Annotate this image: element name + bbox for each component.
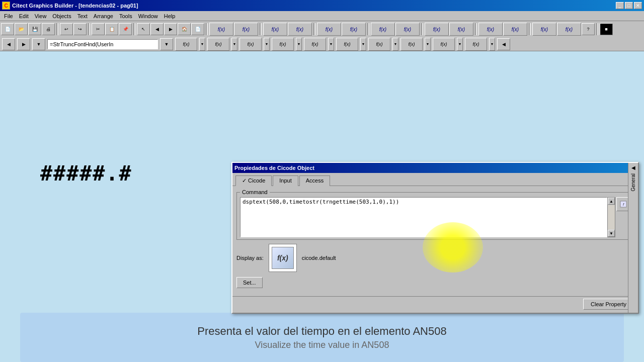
fx-btn-10[interactable]: f(x) [449,23,473,36]
tb-page[interactable]: 📄 [191,23,204,35]
menu-bar: File Edit View Objects Text Arrange Tool… [0,11,644,21]
tab-access[interactable]: Access [299,175,330,186]
fx-small-8-dd[interactable]: ▼ [425,38,431,51]
tb-formula-dropdown[interactable]: ▼ [160,38,173,50]
fx-small-6[interactable]: f(x) [336,38,358,51]
dialog-bottom-bar: Clear Property [232,296,638,313]
formula-input[interactable] [47,39,158,49]
tb-open[interactable]: 📂 [15,23,28,35]
fx-btn-9[interactable]: f(x) [425,23,449,36]
tab-cicode-label: Cicode [248,177,265,184]
menu-help[interactable]: Help [161,12,179,20]
fx-btn-7[interactable]: f(x) [371,23,395,36]
display-as-section: Display as: f(x) cicode.default [236,244,634,272]
fx-small-3[interactable]: f(x) [239,38,262,51]
dialog-tabs: ✓ Cicode Input Access [232,173,638,186]
tb-back[interactable]: ◀ [150,23,164,35]
app-title: Citect Graphics Builder - [tendencias02 … [12,3,614,9]
hash-display: #####.# [40,162,132,185]
tb-help[interactable]: ? [582,23,595,35]
menu-file[interactable]: File [1,12,16,20]
fx-small-8[interactable]: f(x) [400,38,423,51]
menu-window[interactable]: Window [135,12,161,20]
tb-color[interactable]: ■ [600,23,613,35]
tb-home[interactable]: 🏠 [178,23,191,35]
fx-small-10[interactable]: f(x) [465,38,487,51]
dialog-body: Command ▲ ▼ f [232,186,638,294]
menu-text[interactable]: Text [74,12,91,20]
tb-paste[interactable]: 📌 [119,23,132,35]
toolbar-row-1: 📄 📂 💾 🖨 ↩ ↪ ✂ 📋 📌 ↖ ◀ ▶ 🏠 📄 f(x) f(x) f(… [0,21,644,37]
fx-small-1-dd[interactable]: ▼ [199,38,205,51]
tooltip-overlay: Presenta el valor del tiempo en el eleme… [20,313,624,362]
menu-view[interactable]: View [32,12,50,20]
tb-dropdown[interactable]: ▼ [32,38,45,50]
sep-10 [529,23,531,35]
minimize-button[interactable]: _ [616,2,624,9]
fx-btn-12[interactable]: f(x) [503,23,527,36]
sep-5 [260,23,262,35]
close-button[interactable]: ✕ [634,2,642,9]
side-panel-label[interactable]: General [630,173,636,192]
command-textarea-wrapper: ▲ ▼ f [240,197,630,237]
clear-property-button[interactable]: Clear Property [583,299,634,310]
app-icon: C [2,2,10,10]
command-textarea[interactable] [240,197,607,237]
fx-btn-14[interactable]: f(x) [557,23,581,36]
fx-small-2-dd[interactable]: ▼ [231,38,237,51]
menu-objects[interactable]: Objects [49,12,74,20]
fx-btn-4[interactable]: f(x) [288,23,312,36]
scroll-up-arrow[interactable]: ▲ [608,198,615,205]
tb-copy[interactable]: 📋 [105,23,118,35]
tb-print[interactable]: 🖨 [42,23,55,35]
fx-btn-11[interactable]: f(x) [478,23,503,36]
fx-small-6-dd[interactable]: ▼ [360,38,366,51]
fx-small-2[interactable]: f(x) [207,38,229,51]
tb-select[interactable]: ↖ [137,23,150,35]
tb-save[interactable]: 💾 [28,23,41,35]
set-button[interactable]: Set... [236,277,263,288]
tb-nav-back[interactable]: ◀ [2,38,15,50]
fx-btn-6[interactable]: f(x) [342,23,366,36]
fx-icon-inner: f(x) [272,247,294,269]
fx-btn-2[interactable]: f(x) [234,23,258,36]
title-bar-buttons: _ □ ✕ [616,2,642,9]
fx-small-9-dd[interactable]: ▼ [457,38,463,51]
tab-input[interactable]: Input [273,175,298,186]
tb-undo[interactable]: ↩ [60,23,73,35]
tb-nav-fwd[interactable]: ▶ [17,38,30,50]
fx-small-7[interactable]: f(x) [368,38,390,51]
tab-input-label: Input [279,177,291,184]
dialog-content-wrapper: Command ▲ ▼ f [232,186,638,294]
fx-small-5[interactable]: f(x) [304,38,326,51]
fx-small-4-dd[interactable]: ▼ [296,38,302,51]
fx-btn-1[interactable]: f(x) [209,23,233,36]
fx-btn-13[interactable]: f(x) [532,23,556,36]
tb-cut[interactable]: ✂ [92,23,105,35]
fx-small-4[interactable]: f(x) [272,38,294,51]
tb-forward[interactable]: ▶ [164,23,177,35]
fx-btn-8[interactable]: f(x) [395,23,420,36]
fx-small-9[interactable]: f(x) [433,38,455,51]
scroll-down-arrow[interactable]: ▼ [608,230,615,237]
maximize-button[interactable]: □ [625,2,633,9]
menu-edit[interactable]: Edit [16,12,32,20]
fx-small-3-dd[interactable]: ▼ [264,38,270,51]
fx-small-5-dd[interactable]: ▼ [328,38,334,51]
fx-small-7-dd[interactable]: ▼ [392,38,398,51]
tab-cicode[interactable]: ✓ Cicode [235,175,272,186]
tb-new[interactable]: 📄 [1,23,14,35]
side-panel: ◀ General [628,163,638,313]
fx-small-1[interactable]: f(x) [175,38,197,51]
tb-redo[interactable]: ↪ [73,23,87,35]
fx-btn-5[interactable]: f(x) [317,23,341,36]
fx-small-10-dd[interactable]: ▼ [489,38,495,51]
side-panel-arrow[interactable]: ◀ [631,165,635,170]
scroll-track[interactable] [608,205,615,229]
menu-tools[interactable]: Tools [116,12,135,20]
sep-6 [313,23,315,35]
menu-arrange[interactable]: Arrange [91,12,116,20]
tb-left-nav[interactable]: ◀ [497,38,510,50]
command-fieldset: Command ▲ ▼ f [236,189,634,240]
fx-btn-3[interactable]: f(x) [263,23,287,36]
